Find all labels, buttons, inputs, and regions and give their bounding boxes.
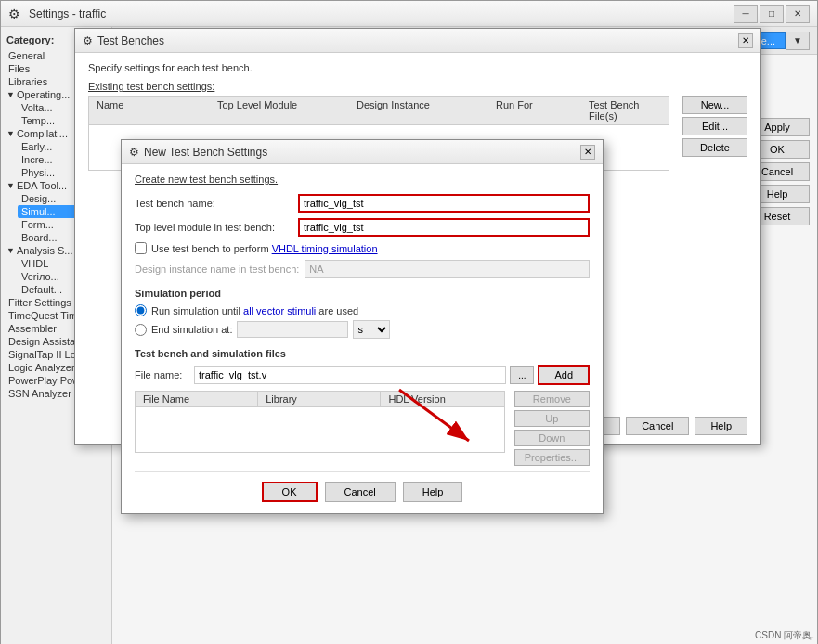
- minimize-button[interactable]: ─: [734, 5, 758, 23]
- modal-title-left: ⚙ Test Benches: [83, 34, 164, 47]
- test-benches-titlebar: ⚙ Test Benches ✕: [75, 29, 760, 53]
- end-sim-input[interactable]: [237, 321, 348, 338]
- titlebar-controls: ─ □ ✕: [734, 5, 810, 23]
- new-testbench-desc: Create new test bench settings.: [135, 174, 590, 185]
- existing-settings-label: Existing test bench settings:: [88, 81, 747, 92]
- watermark: CSDN 阿帝奥.: [755, 629, 814, 642]
- design-instance-input: [305, 260, 590, 278]
- test-benches-title: Test Benches: [97, 34, 164, 47]
- properties-button[interactable]: Properties...: [514, 449, 590, 466]
- design-instance-label: Design instance name in test bench:: [135, 264, 299, 275]
- testbench-name-row: Test bench name:: [135, 194, 590, 213]
- file-table-body: [135, 406, 505, 453]
- inner-help-button[interactable]: Help: [403, 482, 463, 502]
- col-design: Design Instance: [353, 98, 492, 122]
- new-testbench-title: New Test Bench Settings: [144, 146, 267, 159]
- files-section-title: Test bench and simulation files: [135, 348, 590, 359]
- browse-button[interactable]: ...: [510, 366, 534, 384]
- new-testbench-close-button[interactable]: ✕: [580, 145, 595, 160]
- delete-button[interactable]: Delete: [682, 138, 747, 157]
- file-actions: Remove Up Down Properties...: [514, 391, 590, 466]
- table-header: Name Top Level Module Design Instance Ru…: [88, 96, 669, 124]
- edit-button[interactable]: Edit...: [682, 117, 747, 135]
- col-filename: File Name: [136, 392, 258, 406]
- sim-period-title: Simulation period: [135, 288, 590, 299]
- top-level-label: Top level module in test bench:: [135, 222, 292, 233]
- new-testbench-titlebar: ⚙ New Test Bench Settings ✕: [122, 140, 603, 164]
- file-table-header: File Name Library HDL Version: [135, 391, 505, 406]
- testbench-name-input[interactable]: [298, 194, 590, 213]
- use-testbench-row: Use test bench to perform VHDL timing si…: [135, 242, 590, 254]
- file-table-wrapper: File Name Library HDL Version: [135, 391, 505, 466]
- col-hdlversion: HDL Version: [381, 392, 503, 406]
- col-files: Test Bench File(s): [585, 98, 665, 122]
- modal-cancel-button[interactable]: Cancel: [626, 417, 689, 435]
- design-instance-row: Design instance name in test bench:: [135, 260, 590, 278]
- use-testbench-checkbox[interactable]: [135, 242, 147, 254]
- run-all-label: Run simulation until all vector stimuli …: [151, 305, 358, 316]
- new-testbench-title-left: ⚙ New Test Bench Settings: [129, 146, 267, 159]
- chevron-icon: ▼: [6, 181, 15, 190]
- col-library: Library: [258, 392, 381, 406]
- top-level-row: Top level module in test bench:: [135, 218, 590, 237]
- maximize-button[interactable]: □: [760, 5, 784, 23]
- col-name: Name: [93, 98, 214, 122]
- remove-button[interactable]: Remove: [514, 391, 590, 407]
- col-toplevel: Top Level Module: [214, 98, 353, 122]
- file-name-input[interactable]: [194, 366, 506, 384]
- inner-cancel-button[interactable]: Cancel: [325, 482, 396, 502]
- test-benches-desc: Specify settings for each test bench.: [88, 62, 747, 73]
- main-titlebar-left: ⚙ Settings - traffic: [8, 6, 106, 21]
- file-table-area: File Name Library HDL Version Remove Up …: [135, 391, 590, 466]
- file-name-label: File name:: [135, 369, 190, 380]
- close-button[interactable]: ✕: [786, 5, 810, 23]
- down-button[interactable]: Down: [514, 430, 590, 446]
- radio-end-sim: End simulation at: s ms us ns ps: [135, 320, 590, 339]
- main-title: Settings - traffic: [29, 7, 106, 20]
- new-button[interactable]: New...: [682, 96, 747, 114]
- radio-run-all: Run simulation until all vector stimuli …: [135, 304, 590, 316]
- dropdown-button[interactable]: ▼: [786, 32, 810, 50]
- testbench-name-label: Test bench name:: [135, 198, 292, 209]
- chevron-icon: ▼: [6, 90, 15, 99]
- settings-icon: ⚙: [8, 6, 23, 21]
- chevron-icon: ▼: [6, 246, 15, 255]
- test-benches-close-button[interactable]: ✕: [738, 33, 753, 48]
- new-testbench-icon: ⚙: [129, 146, 139, 159]
- new-testbench-body: Create new test bench settings. Test ben…: [122, 164, 603, 513]
- chevron-icon: ▼: [6, 129, 15, 138]
- end-sim-label: End simulation at:: [151, 324, 232, 335]
- up-button[interactable]: Up: [514, 410, 590, 427]
- file-name-row: File name: ... Add: [135, 365, 590, 385]
- col-runfor: Run For: [492, 98, 585, 122]
- inner-footer: OK Cancel Help: [135, 471, 590, 502]
- modal-title-icon: ⚙: [83, 34, 93, 47]
- top-level-input[interactable]: [298, 218, 590, 237]
- main-titlebar: ⚙ Settings - traffic ─ □ ✕: [1, 1, 817, 27]
- inner-ok-button[interactable]: OK: [262, 482, 318, 502]
- add-button[interactable]: Add: [538, 365, 590, 385]
- modal-actions: New... Edit... Delete: [682, 96, 747, 157]
- run-all-radio[interactable]: [135, 304, 147, 316]
- end-sim-radio[interactable]: [135, 324, 147, 336]
- end-sim-unit-select[interactable]: s ms us ns ps: [353, 320, 390, 339]
- use-testbench-label: Use test bench to perform VHDL timing si…: [151, 243, 378, 254]
- new-testbench-modal: ⚙ New Test Bench Settings ✕ Create new t…: [121, 139, 604, 514]
- modal-help-button[interactable]: Help: [695, 417, 747, 435]
